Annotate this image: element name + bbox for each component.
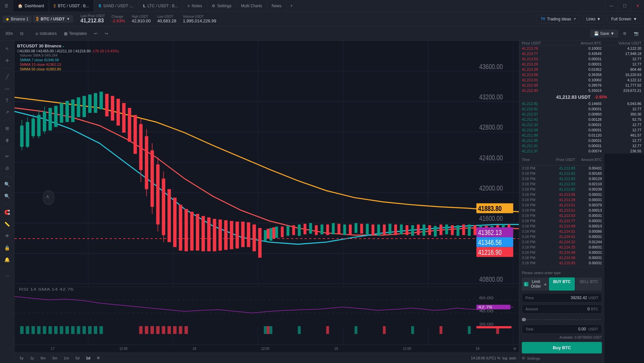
more-tools-button[interactable]: ⋯ bbox=[2, 271, 13, 281]
last-price-value: 41,212.83 bbox=[80, 18, 105, 24]
zoom-5d[interactable]: 5d bbox=[73, 355, 82, 361]
sell-order-row[interactable]: 41,213.060.3935816,220.63 bbox=[519, 72, 644, 77]
order-settings-link[interactable]: ⚙ Settings bbox=[522, 356, 602, 360]
amount-field[interactable]: Amount 0 BTC bbox=[522, 304, 602, 314]
sell-order-row[interactable]: 41,212.990.2857611,777.02 bbox=[519, 83, 644, 88]
buy-order-row[interactable]: 41,212.810.0003112.77 bbox=[519, 106, 644, 112]
redo-button[interactable]: ↪ bbox=[102, 30, 111, 37]
chart-svg-wrapper[interactable]: 43600.00 43200.00 42800.00 42400.00 4200… bbox=[14, 41, 519, 345]
sell-order-row[interactable]: 41,213.010.100024,122.12 bbox=[519, 77, 644, 83]
undo-button[interactable]: ↩ bbox=[92, 30, 100, 37]
tab-dashboard[interactable]: 🏠 Dashboard bbox=[13, 0, 49, 12]
zoom-1y[interactable]: 1y bbox=[28, 355, 37, 361]
order-type-limit[interactable]: L Limit Order ◀ bbox=[522, 277, 548, 291]
zoom-pct-btn[interactable]: % bbox=[497, 356, 500, 360]
links-dropdown-icon: ▼ bbox=[597, 17, 601, 21]
compare-button[interactable]: ⊕ bbox=[94, 355, 102, 361]
buy-order-row[interactable]: 41,212.820.146656,043.86 bbox=[519, 101, 644, 106]
price-toolbar: ◆ Binance 1 ₿ BTC / USDT ▼ Last Price US… bbox=[0, 12, 644, 26]
cursor-tool[interactable]: ↖ bbox=[2, 43, 13, 54]
buy-order-row[interactable]: 41,212.420.0012852.75 bbox=[519, 117, 644, 122]
crosshair-tool[interactable]: ✛ bbox=[2, 55, 13, 66]
buy-order-row[interactable]: 41,211.610.0003112.77 bbox=[519, 143, 644, 148]
zoom-3m[interactable]: 3m bbox=[50, 355, 60, 361]
buy-order-row[interactable]: 41,212.570.00850350.30 bbox=[519, 112, 644, 117]
magnet-tool[interactable]: 🧲 bbox=[2, 207, 13, 218]
maximize-button[interactable]: ☐ bbox=[618, 0, 631, 12]
minimize-button[interactable]: — bbox=[604, 0, 618, 12]
tab-multi-charts[interactable]: Multi Charts bbox=[236, 0, 267, 12]
menu-icon[interactable]: ☰ bbox=[0, 0, 13, 12]
buy-volume: 12.77 bbox=[602, 144, 641, 148]
zoom-1d[interactable]: 1d bbox=[83, 355, 93, 361]
lock-tool[interactable]: 🔒 bbox=[2, 243, 13, 253]
symbol-dropdown-icon: ▼ bbox=[67, 17, 70, 21]
buy-order-row[interactable]: 41,211.880.01120461.57 bbox=[519, 133, 644, 138]
price-field-value: 39292.42 bbox=[571, 296, 587, 300]
buy-order-row[interactable]: 41,212.090.0003112.77 bbox=[519, 127, 644, 133]
zoom-1m[interactable]: 1m bbox=[61, 355, 71, 361]
trend-line-tool[interactable]: ╱ bbox=[2, 71, 13, 82]
sell-order-row[interactable]: 41,213.770.4354917,948.18 bbox=[519, 51, 644, 56]
add-tab-button[interactable]: + bbox=[286, 4, 297, 8]
sell-amount: 0.43549 bbox=[562, 52, 602, 56]
tab-settings[interactable]: ⚙ Settings bbox=[207, 0, 236, 12]
zoom-in-tool[interactable]: 🔍 bbox=[2, 179, 13, 190]
templates-button[interactable]: ▦ Templates bbox=[61, 30, 90, 37]
horizontal-line-tool[interactable]: — bbox=[2, 83, 13, 94]
zoom-6m[interactable]: 6m bbox=[38, 355, 48, 361]
sell-order-row[interactable]: 41,213.780.100024,122.20 bbox=[519, 46, 644, 51]
spread-price: 41,212.83 USDT bbox=[556, 94, 590, 100]
brush-tool[interactable]: ✏ bbox=[2, 151, 13, 162]
exchange-selector[interactable]: ◆ Binance 1 bbox=[3, 15, 32, 23]
total-field: Total 0.00 USDT bbox=[522, 324, 602, 334]
order-panel: Please select order type L Limit Order ◀… bbox=[519, 267, 604, 363]
sell-order-row[interactable]: 41,213.290.0003112.77 bbox=[519, 62, 644, 67]
arrow-tool[interactable]: ↗ bbox=[2, 107, 13, 117]
sell-tab[interactable]: SELL BTC bbox=[576, 277, 602, 291]
zoom-log-btn[interactable]: log bbox=[502, 356, 507, 360]
bar-style-button[interactable]: ⊟ bbox=[17, 30, 26, 37]
timeframe-button[interactable]: 30m bbox=[3, 30, 15, 37]
sell-order-row[interactable]: 41,212.835.33019219,672.21 bbox=[519, 88, 644, 93]
alert-tool[interactable]: 🔔 bbox=[2, 254, 13, 265]
chart-settings-right-icon[interactable]: ⚙ bbox=[513, 347, 516, 350]
zoom-auto-btn[interactable]: auto bbox=[509, 356, 516, 360]
fullscreen-button[interactable]: Full Screen ▼ bbox=[607, 15, 641, 23]
close-button[interactable]: ✕ bbox=[631, 0, 644, 12]
svg-rect-73 bbox=[298, 224, 301, 236]
zoom-out-tool[interactable]: 🔍 bbox=[2, 191, 13, 201]
buy-order-row[interactable]: 41,211.850.0003112.77 bbox=[519, 138, 644, 143]
tool-sep-1 bbox=[3, 68, 11, 69]
price-field[interactable]: Price 39292.42 USDT bbox=[522, 293, 602, 302]
pitchfork-tool[interactable]: ⋕ bbox=[2, 135, 13, 145]
tab-notes[interactable]: ≡ Notes bbox=[183, 0, 207, 12]
tab-news[interactable]: News bbox=[267, 0, 286, 12]
buy-tab[interactable]: BUY BTC bbox=[549, 277, 575, 291]
tab-sand-usdt[interactable]: S SAND / USDT :... bbox=[94, 0, 138, 12]
eraser-tool[interactable]: ⊘ bbox=[2, 163, 13, 173]
buy-btc-button[interactable]: Buy BTC bbox=[522, 342, 602, 353]
sell-amount: 0.01952 bbox=[562, 67, 602, 71]
sell-order-row[interactable]: 41,213.280.01952804.48 bbox=[519, 67, 644, 72]
eye-tool[interactable]: 👁 bbox=[2, 231, 13, 241]
links-button[interactable]: Links ▼ bbox=[583, 15, 604, 23]
tab-ltc-usdt[interactable]: Ł LTC / USDT : B... bbox=[139, 0, 183, 12]
fibonacci-tool[interactable]: ⊞ bbox=[2, 123, 13, 134]
buy-order-row[interactable]: 41,211.370.00574236.55 bbox=[519, 148, 644, 154]
chart-settings-button[interactable]: ⚙ bbox=[620, 30, 629, 38]
sell-order-row[interactable]: 41,213.530.0003112.77 bbox=[519, 56, 644, 62]
buy-price: 41,212.42 bbox=[522, 117, 562, 121]
save-button[interactable]: 💾 Save ▼ bbox=[590, 30, 618, 38]
trading-ideas-button[interactable]: TV Trading Ideas ↗ bbox=[537, 15, 580, 23]
zoom-5y[interactable]: 5y bbox=[17, 355, 26, 361]
symbol-selector[interactable]: ₿ BTC / USDT ▼ bbox=[33, 15, 73, 23]
buy-order-row[interactable]: 41,212.330.0003112.77 bbox=[519, 122, 644, 127]
svg-rect-99 bbox=[337, 224, 340, 234]
measure-tool[interactable]: 📏 bbox=[2, 219, 13, 229]
snapshot-button[interactable]: 📷 bbox=[631, 30, 641, 38]
text-tool[interactable]: T bbox=[2, 95, 13, 106]
indicators-button[interactable]: ⧈ Indicators bbox=[33, 30, 59, 37]
save-icon: 💾 bbox=[594, 31, 599, 36]
tab-btc-usdt[interactable]: ₿ BTC / USDT : B... bbox=[49, 0, 94, 12]
